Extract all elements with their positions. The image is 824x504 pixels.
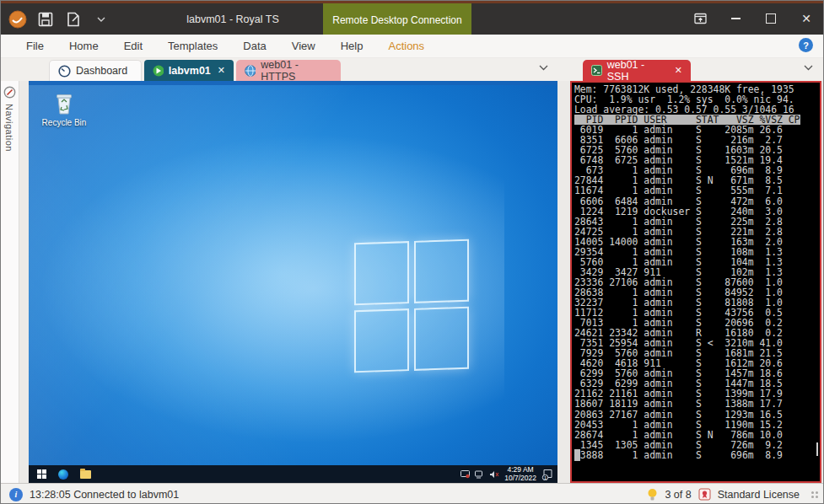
maximize-button[interactable] <box>757 7 784 30</box>
remote-taskbar: 4:29 AM 10/7/2022 1 <box>29 465 557 483</box>
terminal-line: 20453 1 admin S 1190m 15.2 <box>574 420 820 430</box>
tab-labvm01-close-icon[interactable]: ✕ <box>218 65 225 76</box>
tab-web01-ssh[interactable]: web01 - SSH ✕ <box>583 60 691 81</box>
tab-dashboard[interactable]: Dashboard <box>49 60 142 81</box>
tab-strip: Dashboard labvm01 ✕ web01 - HTTPS we <box>1 58 824 81</box>
tab-web01-ssh-label: web01 - SSH <box>607 59 668 83</box>
close-button[interactable]: ✕ <box>793 7 820 30</box>
help-icon[interactable]: ? <box>799 38 813 52</box>
content-area: Navigation Recycle Bin <box>1 81 824 485</box>
navigation-label: Navigation <box>4 104 14 152</box>
start-button-icon[interactable] <box>37 469 46 479</box>
edge-browser-icon[interactable] <box>58 469 68 480</box>
app-logo-icon[interactable] <box>8 9 28 29</box>
info-icon: i <box>9 488 23 501</box>
ssh-terminal-panel[interactable]: Mem: 7763812K used, 228348K free, 1935CP… <box>570 81 821 483</box>
terminal-line: 6606 6484 admin S 472m 6.0 <box>574 196 820 206</box>
terminal-line: 1224 1219 dockuser S 240m 3.0 <box>574 206 820 217</box>
terminal-line: 3888 1 admin S 696m 8.9 <box>574 450 820 460</box>
rdp-session-icon <box>153 65 164 77</box>
lightbulb-icon <box>647 488 658 501</box>
menu-item-view[interactable]: View <box>282 36 326 56</box>
globe-icon <box>245 65 256 77</box>
recycle-bin-desktop-icon[interactable]: Recycle Bin <box>39 91 89 127</box>
tray-rdp-icon[interactable] <box>460 470 470 479</box>
navigation-panel-collapsed[interactable]: Navigation <box>1 81 19 485</box>
taskbar-clock[interactable]: 4:29 AM 10/7/2022 <box>504 466 536 482</box>
terminal-line: 28643 1 admin S 225m 2.8 <box>574 217 820 227</box>
wallpaper-top-edge <box>29 81 557 85</box>
terminal-line: 20863 27167 admin S 1293m 16.5 <box>574 410 820 420</box>
file-explorer-icon[interactable] <box>80 470 91 479</box>
terminal-cursor <box>574 449 580 461</box>
compass-icon <box>3 86 16 99</box>
tray-network-icon[interactable] <box>475 470 484 479</box>
terminal-body[interactable]: Mem: 7763812K used, 228348K free, 1935CP… <box>572 83 820 460</box>
statusbar: i 13:28:05 Connected to labvm01 3 of 8 S… <box>1 483 824 504</box>
system-tray: 4:29 AM 10/7/2022 1 <box>460 466 553 482</box>
terminal-line: 14005 14000 admin S 163m 2.0 <box>574 237 820 247</box>
terminal-line: 29354 1 admin S 108m 1.3 <box>574 247 820 257</box>
dock-window-icon[interactable] <box>687 7 714 30</box>
tab-dashboard-label: Dashboard <box>76 65 127 77</box>
minimize-button[interactable] <box>722 7 749 30</box>
tab-list-chevron-icon[interactable] <box>539 65 548 71</box>
action-center-icon[interactable]: 1 <box>541 469 553 480</box>
status-message: 13:28:05 Connected to labvm01 <box>30 489 179 501</box>
wallpaper-beam <box>29 81 557 483</box>
royal-ts-window: labvm01 - Royal TS Remote Desktop Connec… <box>0 0 824 504</box>
menu-item-actions[interactable]: Actions <box>378 36 434 56</box>
right-tab-list-chevron-icon[interactable] <box>804 65 813 71</box>
tray-volume-muted-icon[interactable] <box>489 470 499 479</box>
resize-grip[interactable] <box>811 491 818 498</box>
window-controls: ✕ <box>687 7 820 30</box>
tab-web01-https[interactable]: web01 - HTTPS <box>236 60 341 81</box>
terminal-line: 11674 1 admin S 555m 7.1 <box>574 185 820 196</box>
menu-item-edit[interactable]: Edit <box>114 36 153 56</box>
tab-web01-ssh-close-icon[interactable]: ✕ <box>675 65 682 76</box>
qat-chevron-down-icon[interactable] <box>91 9 111 29</box>
titlebar: labvm01 - Royal TS Remote Desktop Connec… <box>1 1 824 35</box>
menu-item-data[interactable]: Data <box>233 36 276 56</box>
dashboard-gauge-icon <box>58 65 71 78</box>
terminal-line: 28674 1 admin S N 786m 10.0 <box>574 430 820 440</box>
new-document-icon[interactable] <box>63 9 83 29</box>
menubar: FileHomeEditTemplatesDataViewHelpActions… <box>1 35 824 58</box>
clock-date: 10/7/2022 <box>504 475 536 483</box>
terminal-icon <box>591 65 602 76</box>
connection-counter: 3 of 8 <box>665 489 691 501</box>
tab-labvm01-label: labvm01 <box>169 65 211 77</box>
terminal-line: 24725 1 admin S 221m 2.8 <box>574 227 820 237</box>
menu-item-templates[interactable]: Templates <box>158 36 228 56</box>
terminal-line: 1345 1305 admin S 726m 9.2 <box>574 440 820 450</box>
menu-item-file[interactable]: File <box>16 36 54 56</box>
notification-badge: 1 <box>544 475 547 480</box>
license-label: Standard License <box>718 489 800 501</box>
license-icon <box>698 488 711 501</box>
menu-item-home[interactable]: Home <box>59 36 109 56</box>
menu-items: FileHomeEditTemplatesDataViewHelpActions <box>16 36 439 56</box>
recycle-bin-label: Recycle Bin <box>39 118 89 127</box>
tab-labvm01[interactable]: labvm01 ✕ <box>144 60 234 81</box>
quick-access-toolbar <box>8 9 111 29</box>
recycle-bin-icon <box>53 91 75 116</box>
menu-item-help[interactable]: Help <box>331 36 374 56</box>
rdp-viewport[interactable]: Recycle Bin <box>29 81 557 483</box>
window-title: labvm01 - Royal TS <box>144 3 321 35</box>
tab-web01-https-label: web01 - HTTPS <box>261 59 332 83</box>
connection-type-tab[interactable]: Remote Desktop Connection <box>323 3 471 37</box>
windows-logo <box>354 239 469 373</box>
terminal-scrollbar[interactable] <box>816 442 818 456</box>
terminal-line: 18607 18119 admin S 1388m 17.7 <box>574 399 820 409</box>
save-icon[interactable] <box>35 9 56 29</box>
